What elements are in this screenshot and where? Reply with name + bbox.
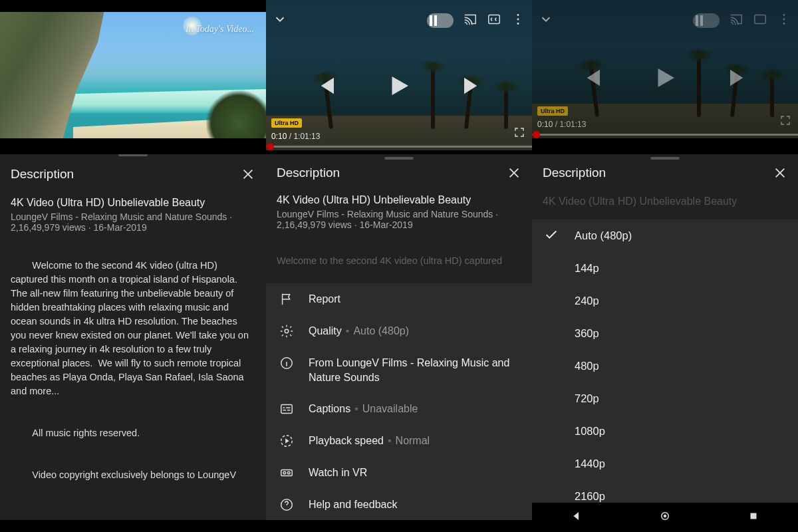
menu-from-channel[interactable]: From LoungeV Films - Relaxing Music and … bbox=[266, 347, 532, 393]
svg-point-4 bbox=[285, 329, 289, 333]
video-description-body: Welcome to the second 4K video (ultra HD… bbox=[11, 245, 255, 496]
autoplay-toggle[interactable] bbox=[427, 13, 454, 28]
info-icon bbox=[279, 356, 294, 370]
svg-rect-0 bbox=[489, 15, 500, 24]
quality-menu: Auto (480p) 144p 240p 360p 480p 720p 108… bbox=[532, 219, 798, 503]
nav-bar bbox=[532, 503, 798, 532]
svg-point-23 bbox=[664, 515, 667, 518]
nav-home-icon[interactable] bbox=[659, 510, 671, 525]
autoplay-toggle[interactable] bbox=[693, 13, 720, 28]
description-heading: Description bbox=[543, 166, 606, 180]
quality-option[interactable]: 720p bbox=[532, 382, 798, 415]
menu-quality[interactable]: Quality•Auto (480p) bbox=[266, 315, 532, 347]
quality-option[interactable]: 2160p bbox=[532, 480, 798, 503]
time-display: 0:10 / 1:01:13 bbox=[537, 120, 586, 129]
svg-point-10 bbox=[287, 471, 290, 474]
next-icon[interactable] bbox=[460, 72, 487, 102]
video-player[interactable]: In Today's Video... bbox=[0, 0, 266, 150]
cast-icon[interactable] bbox=[463, 12, 477, 29]
svg-point-3 bbox=[517, 23, 519, 25]
menu-help[interactable]: Help and feedback bbox=[266, 489, 532, 521]
title-obscured: 4K Video (Ultra HD) Unbelievable Beauty bbox=[543, 196, 787, 207]
svg-point-1 bbox=[517, 14, 519, 16]
video-player[interactable]: Ultra HD 0:10 / 1:01:13 bbox=[266, 0, 532, 150]
description-heading: Description bbox=[277, 166, 340, 180]
screenshot-panel-1: In Today's Video... Description 4K Video… bbox=[0, 0, 266, 532]
svg-point-19 bbox=[783, 14, 785, 16]
quality-option[interactable]: 240p bbox=[532, 285, 798, 317]
hd-badge: Ultra HD bbox=[537, 106, 568, 116]
progress-bar[interactable] bbox=[532, 134, 798, 136]
fullscreen-icon[interactable] bbox=[779, 114, 791, 129]
menu-watch-vr[interactable]: Watch in VR bbox=[266, 457, 532, 489]
hd-badge: Ultra HD bbox=[271, 118, 302, 128]
check-icon bbox=[544, 227, 559, 245]
menu-captions[interactable]: Captions•Unavailable bbox=[266, 393, 532, 425]
quality-option[interactable]: 480p bbox=[532, 350, 798, 382]
close-icon[interactable] bbox=[507, 166, 521, 180]
svg-rect-18 bbox=[755, 15, 766, 24]
close-icon[interactable] bbox=[241, 167, 255, 182]
svg-point-9 bbox=[283, 471, 286, 474]
video-meta: LoungeV Films - Relaxing Music and Natur… bbox=[11, 211, 255, 233]
quality-option-auto[interactable]: Auto (480p) bbox=[532, 219, 798, 252]
description-panel: Description 4K Video (Ultra HD) Unbeliev… bbox=[0, 154, 266, 520]
svg-rect-6 bbox=[281, 405, 293, 414]
flag-icon bbox=[279, 292, 294, 307]
time-display: 0:10 / 1:01:13 bbox=[271, 132, 320, 141]
nav-back-icon[interactable] bbox=[571, 510, 583, 525]
svg-rect-24 bbox=[751, 513, 757, 519]
cast-icon[interactable] bbox=[729, 12, 743, 29]
quality-option[interactable]: 1440p bbox=[532, 448, 798, 480]
menu-playback-speed[interactable]: Playback speed•Normal bbox=[266, 425, 532, 457]
video-title: 4K Video (Ultra HD) Unbelievable Beauty bbox=[277, 194, 521, 206]
svg-point-21 bbox=[783, 23, 785, 25]
previous-icon[interactable] bbox=[311, 72, 338, 102]
video-player[interactable]: Ultra HD 0:10 / 1:01:13 bbox=[532, 0, 798, 138]
captions-icon[interactable] bbox=[487, 12, 501, 29]
close-icon[interactable] bbox=[773, 166, 787, 180]
help-icon bbox=[279, 497, 294, 512]
fullscreen-icon[interactable] bbox=[513, 126, 525, 141]
svg-point-20 bbox=[783, 19, 785, 21]
video-description-body: Welcome to the second 4K video (ultra HD… bbox=[277, 254, 521, 268]
options-menu: Report Quality•Auto (480p) From LoungeV … bbox=[266, 283, 532, 520]
quality-option[interactable]: 144p bbox=[532, 252, 798, 285]
play-icon[interactable] bbox=[385, 72, 413, 102]
previous-icon[interactable] bbox=[577, 64, 604, 94]
collapse-icon[interactable] bbox=[273, 12, 287, 29]
progress-bar[interactable] bbox=[266, 146, 532, 148]
next-icon[interactable] bbox=[726, 64, 753, 94]
screenshot-panel-2: Ultra HD 0:10 / 1:01:13 Description 4K V… bbox=[266, 0, 532, 532]
gear-icon bbox=[279, 324, 294, 338]
captions-icon[interactable] bbox=[753, 12, 767, 29]
drag-handle[interactable] bbox=[118, 154, 148, 156]
collapse-icon[interactable] bbox=[539, 12, 553, 29]
more-icon[interactable] bbox=[777, 12, 791, 29]
speed-icon bbox=[279, 434, 294, 448]
video-watermark: In Today's Video... bbox=[186, 24, 254, 35]
drag-handle[interactable] bbox=[384, 157, 414, 160]
video-title: 4K Video (Ultra HD) Unbelievable Beauty bbox=[11, 197, 255, 209]
menu-report[interactable]: Report bbox=[266, 283, 532, 315]
screenshot-panel-3: 2:31 34% bbox=[532, 0, 798, 532]
more-icon[interactable] bbox=[511, 12, 525, 29]
description-heading: Description bbox=[11, 167, 74, 182]
vr-icon bbox=[279, 466, 294, 480]
subtitles-icon bbox=[279, 402, 294, 416]
play-icon[interactable] bbox=[651, 64, 679, 94]
drag-handle[interactable] bbox=[650, 157, 680, 160]
quality-option[interactable]: 1080p bbox=[532, 415, 798, 448]
video-meta: LoungeV Films - Relaxing Music and Natur… bbox=[277, 209, 521, 230]
svg-point-2 bbox=[517, 19, 519, 21]
quality-option[interactable]: 360p bbox=[532, 317, 798, 350]
nav-recents-icon[interactable] bbox=[747, 510, 759, 525]
